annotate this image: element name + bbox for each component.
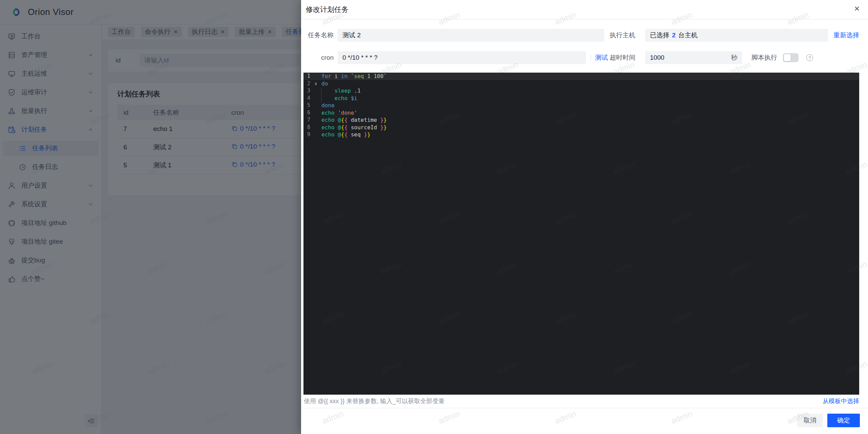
code-text: echo @{{ seq }}	[321, 131, 371, 138]
code-line: 9echo @{{ seq }}	[303, 131, 859, 138]
timeout-input[interactable]: 1000 秒	[645, 51, 742, 64]
code-text: sleep .1	[321, 87, 361, 95]
code-text: echo @{{ sourceId }}	[321, 124, 387, 131]
line-number: 9	[303, 131, 310, 138]
code-text: for i in `seq 1 100`	[321, 73, 387, 80]
gutter-spacer	[310, 124, 321, 131]
gutter-spacer	[310, 73, 321, 80]
code-line: 2∨do	[303, 80, 859, 88]
drawer-footer: 取消 确定	[301, 408, 868, 434]
gutter-spacer	[310, 116, 321, 124]
cron-input[interactable]: 0 */10 * * * ?	[338, 51, 586, 64]
code-line: 8echo @{{ sourceId }}	[303, 124, 859, 131]
code-line: 5done	[303, 102, 859, 109]
toggle-knob	[784, 54, 791, 61]
code-text: do	[321, 80, 328, 88]
host-selected-suffix: 台主机	[678, 31, 698, 40]
code-line: 7echo @{{ datetime }}	[303, 116, 859, 124]
task-name-input[interactable]: 测试 2	[338, 29, 604, 42]
code-line: 1for i in `seq 1 100`	[303, 73, 859, 80]
fold-chevron-icon[interactable]: ∨	[310, 80, 321, 88]
gutter-spacer	[310, 87, 321, 95]
screen: Orion Visor 工作台 资产管理 主机运维 运维审计 批量执行	[0, 0, 868, 434]
cron-row: cron 0 */10 * * * ? 测试 超时时间 1000 秒 脚本执行 …	[304, 51, 859, 64]
cron-test-link[interactable]: 测试	[595, 53, 608, 62]
timeout-unit: 秒	[731, 53, 737, 62]
code-line: 3 sleep .1	[303, 87, 859, 95]
exec-host-label: 执行主机	[608, 29, 635, 42]
edit-task-drawer: 修改计划任务 ✕ 任务名称 测试 2 执行主机 已选择 2 台主机 重新选择 c…	[301, 0, 868, 434]
gutter-spacer	[310, 102, 321, 109]
parameter-hint: 使用 @{{ xxx }} 来替换参数, 输入_可以获取全部变量	[304, 397, 445, 405]
code-line: 6echo 'done'	[303, 109, 859, 117]
line-number: 7	[303, 116, 310, 124]
timeout-label: 超时时间	[608, 51, 635, 64]
reselect-hosts-link[interactable]: 重新选择	[833, 29, 859, 42]
line-number: 2	[303, 80, 310, 88]
code-line: 4 echo $i	[303, 95, 859, 102]
line-number: 1	[303, 73, 310, 80]
line-number: 8	[303, 124, 310, 131]
line-number: 3	[303, 87, 310, 95]
script-exec-toggle[interactable]	[783, 53, 798, 62]
timeout-value: 1000	[650, 54, 664, 61]
task-name-value: 测试 2	[342, 31, 361, 40]
close-icon[interactable]: ✕	[854, 5, 860, 12]
script-exec-label: 脚本执行	[751, 51, 777, 64]
cancel-button[interactable]: 取消	[797, 414, 823, 427]
drawer-header: 修改计划任务	[301, 0, 868, 19]
task-name-row: 任务名称 测试 2 执行主机 已选择 2 台主机 重新选择	[304, 29, 859, 42]
host-selected-prefix: 已选择	[650, 31, 669, 40]
gutter-spacer	[310, 95, 321, 102]
task-name-label: 任务名称	[304, 29, 334, 42]
drawer-title: 修改计划任务	[306, 5, 349, 14]
gutter-spacer	[310, 109, 321, 117]
choose-template-link[interactable]: 从模板中选择	[823, 397, 859, 405]
gutter-spacer	[310, 131, 321, 138]
code-text: echo @{{ datetime }}	[321, 116, 387, 124]
line-number: 4	[303, 95, 310, 102]
confirm-button[interactable]: 确定	[827, 414, 860, 427]
line-number: 5	[303, 102, 310, 109]
cron-input-value: 0 */10 * * * ?	[342, 54, 378, 61]
editor-hint-row: 使用 @{{ xxx }} 来替换参数, 输入_可以获取全部变量 从模板中选择	[304, 396, 859, 406]
code-text: echo 'done'	[321, 109, 357, 117]
host-selected-count: 2	[672, 32, 676, 39]
help-icon[interactable]: ?	[806, 54, 813, 61]
code-text: done	[321, 102, 335, 109]
line-number: 6	[303, 109, 310, 117]
cron-label: cron	[304, 51, 334, 64]
script-editor[interactable]: 1for i in `seq 1 100`2∨do3 sleep .14 ech…	[303, 73, 859, 395]
divider	[591, 54, 591, 61]
code-text: echo $i	[321, 95, 357, 102]
exec-host-field[interactable]: 已选择 2 台主机	[645, 29, 828, 42]
